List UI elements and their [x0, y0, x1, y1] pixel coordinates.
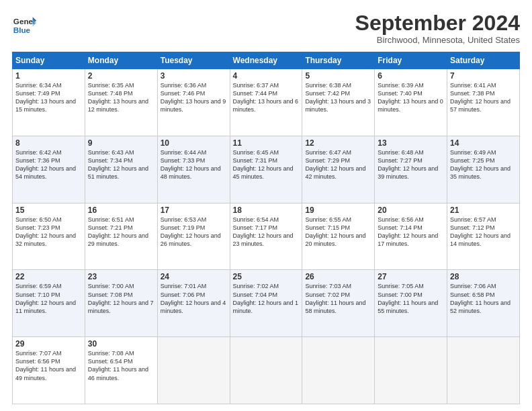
calendar-day-cell: 15Sunrise: 6:50 AMSunset: 7:23 PMDayligh… — [13, 203, 85, 270]
day-number: 4 — [233, 71, 300, 81]
calendar-day-cell: 12Sunrise: 6:47 AMSunset: 7:29 PMDayligh… — [302, 136, 375, 203]
weekday-header: Monday — [85, 52, 157, 69]
calendar-week-row: 15Sunrise: 6:50 AMSunset: 7:23 PMDayligh… — [13, 203, 520, 270]
calendar-header-row: SundayMondayTuesdayWednesdayThursdayFrid… — [13, 52, 520, 69]
title-block: September 2024 Birchwood, Minnesota, Uni… — [355, 12, 520, 45]
day-number: 14 — [450, 138, 517, 148]
calendar-day-cell: 27Sunrise: 7:05 AMSunset: 7:00 PMDayligh… — [375, 270, 447, 337]
day-number: 10 — [161, 138, 227, 148]
day-info: Sunrise: 7:01 AMSunset: 7:06 PMDaylight:… — [161, 282, 227, 315]
calendar-day-cell: 20Sunrise: 6:56 AMSunset: 7:14 PMDayligh… — [375, 203, 447, 270]
calendar-day-cell: 25Sunrise: 7:02 AMSunset: 7:04 PMDayligh… — [230, 270, 302, 337]
day-number: 3 — [161, 71, 227, 81]
weekday-header: Saturday — [447, 52, 520, 69]
day-number: 8 — [15, 138, 82, 148]
day-info: Sunrise: 6:43 AMSunset: 7:34 PMDaylight:… — [88, 148, 154, 181]
calendar-day-cell: 14Sunrise: 6:49 AMSunset: 7:25 PMDayligh… — [447, 136, 520, 203]
day-info: Sunrise: 6:34 AMSunset: 7:49 PMDaylight:… — [15, 81, 82, 114]
weekday-header: Tuesday — [157, 52, 230, 69]
day-info: Sunrise: 6:51 AMSunset: 7:21 PMDaylight:… — [88, 216, 154, 248]
calendar-day-cell: 29Sunrise: 7:07 AMSunset: 6:56 PMDayligh… — [13, 337, 85, 404]
calendar-day-cell — [157, 337, 230, 404]
calendar-day-cell: 28Sunrise: 7:06 AMSunset: 6:58 PMDayligh… — [447, 270, 520, 337]
header: General Blue September 2024 Birchwood, M… — [12, 12, 520, 45]
day-number: 28 — [450, 272, 517, 281]
day-info: Sunrise: 6:47 AMSunset: 7:29 PMDaylight:… — [305, 148, 371, 181]
calendar-day-cell: 19Sunrise: 6:55 AMSunset: 7:15 PMDayligh… — [302, 203, 375, 270]
calendar-day-cell — [302, 337, 375, 404]
day-info: Sunrise: 6:42 AMSunset: 7:36 PMDaylight:… — [15, 148, 82, 181]
day-info: Sunrise: 7:07 AMSunset: 6:56 PMDaylight:… — [15, 349, 82, 382]
day-info: Sunrise: 6:44 AMSunset: 7:33 PMDaylight:… — [161, 148, 227, 181]
calendar-day-cell: 26Sunrise: 7:03 AMSunset: 7:02 PMDayligh… — [302, 270, 375, 337]
calendar-day-cell: 16Sunrise: 6:51 AMSunset: 7:21 PMDayligh… — [85, 203, 157, 270]
calendar-table: SundayMondayTuesdayWednesdayThursdayFrid… — [12, 52, 520, 404]
calendar-day-cell: 24Sunrise: 7:01 AMSunset: 7:06 PMDayligh… — [157, 270, 230, 337]
logo: General Blue — [12, 12, 39, 36]
calendar-day-cell: 30Sunrise: 7:08 AMSunset: 6:54 PMDayligh… — [85, 337, 157, 404]
calendar-day-cell: 3Sunrise: 6:36 AMSunset: 7:46 PMDaylight… — [157, 69, 230, 136]
day-info: Sunrise: 6:45 AMSunset: 7:31 PMDaylight:… — [233, 148, 300, 181]
day-info: Sunrise: 6:50 AMSunset: 7:23 PMDaylight:… — [15, 216, 82, 248]
day-info: Sunrise: 6:37 AMSunset: 7:44 PMDaylight:… — [233, 81, 300, 114]
day-number: 21 — [450, 205, 517, 215]
weekday-header: Wednesday — [230, 52, 302, 69]
calendar-day-cell: 10Sunrise: 6:44 AMSunset: 7:33 PMDayligh… — [157, 136, 230, 203]
day-number: 2 — [88, 71, 154, 81]
day-number: 27 — [378, 272, 444, 281]
day-info: Sunrise: 6:54 AMSunset: 7:17 PMDaylight:… — [233, 216, 300, 248]
day-number: 5 — [305, 71, 371, 81]
day-info: Sunrise: 6:57 AMSunset: 7:12 PMDaylight:… — [450, 216, 517, 248]
day-info: Sunrise: 6:48 AMSunset: 7:27 PMDaylight:… — [378, 148, 444, 181]
day-info: Sunrise: 6:35 AMSunset: 7:48 PMDaylight:… — [88, 81, 154, 114]
calendar-day-cell: 8Sunrise: 6:42 AMSunset: 7:36 PMDaylight… — [13, 136, 85, 203]
day-number: 20 — [378, 205, 444, 215]
day-number: 30 — [88, 339, 154, 349]
calendar-day-cell: 5Sunrise: 6:38 AMSunset: 7:42 PMDaylight… — [302, 69, 375, 136]
day-info: Sunrise: 6:49 AMSunset: 7:25 PMDaylight:… — [450, 148, 517, 181]
weekday-header: Thursday — [302, 52, 375, 69]
day-number: 29 — [15, 339, 82, 349]
weekday-header: Friday — [375, 52, 447, 69]
day-number: 23 — [88, 272, 154, 281]
weekday-header: Sunday — [13, 52, 85, 69]
day-info: Sunrise: 6:59 AMSunset: 7:10 PMDaylight:… — [15, 282, 82, 315]
calendar-week-row: 29Sunrise: 7:07 AMSunset: 6:56 PMDayligh… — [13, 337, 520, 404]
calendar-week-row: 8Sunrise: 6:42 AMSunset: 7:36 PMDaylight… — [13, 136, 520, 203]
day-number: 13 — [378, 138, 444, 148]
day-info: Sunrise: 6:56 AMSunset: 7:14 PMDaylight:… — [378, 216, 444, 248]
calendar-day-cell: 7Sunrise: 6:41 AMSunset: 7:38 PMDaylight… — [447, 69, 520, 136]
logo-icon: General Blue — [12, 12, 36, 36]
day-info: Sunrise: 6:39 AMSunset: 7:40 PMDaylight:… — [378, 81, 444, 114]
day-info: Sunrise: 6:53 AMSunset: 7:19 PMDaylight:… — [161, 216, 227, 248]
day-info: Sunrise: 7:03 AMSunset: 7:02 PMDaylight:… — [305, 282, 371, 315]
calendar-week-row: 22Sunrise: 6:59 AMSunset: 7:10 PMDayligh… — [13, 270, 520, 337]
svg-text:Blue: Blue — [13, 26, 31, 34]
day-number: 6 — [378, 71, 444, 81]
day-number: 25 — [233, 272, 300, 281]
day-number: 15 — [15, 205, 82, 215]
calendar-day-cell: 21Sunrise: 6:57 AMSunset: 7:12 PMDayligh… — [447, 203, 520, 270]
day-number: 17 — [161, 205, 227, 215]
day-number: 19 — [305, 205, 371, 215]
day-info: Sunrise: 6:36 AMSunset: 7:46 PMDaylight:… — [161, 81, 227, 114]
calendar-day-cell: 11Sunrise: 6:45 AMSunset: 7:31 PMDayligh… — [230, 136, 302, 203]
day-info: Sunrise: 7:05 AMSunset: 7:00 PMDaylight:… — [378, 282, 444, 315]
day-number: 7 — [450, 71, 517, 81]
day-info: Sunrise: 7:06 AMSunset: 6:58 PMDaylight:… — [450, 282, 517, 315]
calendar-day-cell — [375, 337, 447, 404]
day-info: Sunrise: 6:55 AMSunset: 7:15 PMDaylight:… — [305, 216, 371, 248]
day-info: Sunrise: 7:08 AMSunset: 6:54 PMDaylight:… — [88, 349, 154, 382]
day-number: 9 — [88, 138, 154, 148]
month-title: September 2024 — [355, 12, 520, 34]
day-number: 26 — [305, 272, 371, 281]
calendar-day-cell: 9Sunrise: 6:43 AMSunset: 7:34 PMDaylight… — [85, 136, 157, 203]
location: Birchwood, Minnesota, United States — [355, 35, 520, 45]
page: General Blue September 2024 Birchwood, M… — [0, 0, 532, 411]
day-number: 18 — [233, 205, 300, 215]
day-number: 22 — [15, 272, 82, 281]
calendar-day-cell: 23Sunrise: 7:00 AMSunset: 7:08 PMDayligh… — [85, 270, 157, 337]
calendar-day-cell — [230, 337, 302, 404]
day-info: Sunrise: 7:02 AMSunset: 7:04 PMDaylight:… — [233, 282, 300, 315]
calendar-day-cell: 13Sunrise: 6:48 AMSunset: 7:27 PMDayligh… — [375, 136, 447, 203]
